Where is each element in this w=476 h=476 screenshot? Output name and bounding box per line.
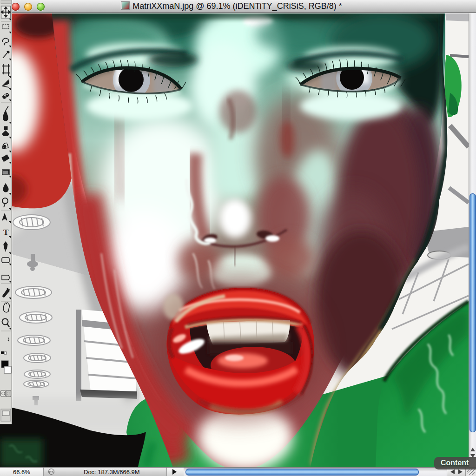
svg-text:T: T	[3, 228, 9, 237]
